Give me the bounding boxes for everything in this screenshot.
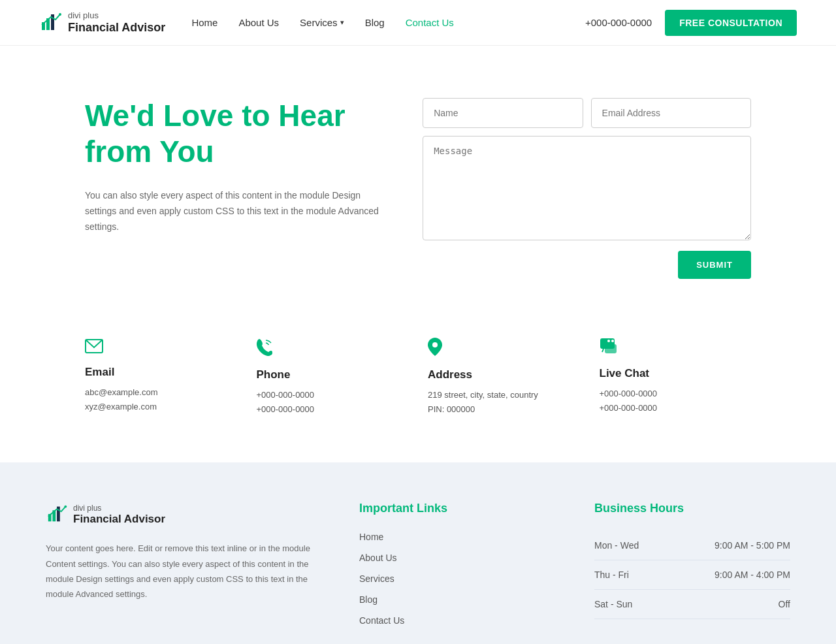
livechat-icon (600, 338, 752, 359)
svg-point-6 (432, 342, 438, 347)
footer-links-list: Home About Us Services Blog Contact Us (359, 531, 555, 626)
footer-link-services[interactable]: Services (359, 573, 394, 584)
nav-contact[interactable]: Contact Us (406, 17, 454, 28)
livechat-title: Live Chat (600, 367, 752, 380)
message-input[interactable] (423, 136, 751, 240)
email-icon (85, 338, 237, 358)
address-line2: PIN: 000000 (428, 402, 580, 417)
cta-button[interactable]: FREE CONSULTATION (665, 10, 797, 36)
hours-time-0: 9:00 AM - 5:00 PM (667, 531, 790, 560)
contact-left: We'd Love to Hear from You You can also … (85, 98, 383, 235)
footer-link-home[interactable]: Home (359, 532, 383, 542)
info-section: Email abc@example.com xyz@example.com Ph… (46, 331, 790, 423)
svg-point-4 (59, 13, 61, 16)
footer-hours-col: Business Hours Mon - Wed 9:00 AM - 5:00 … (594, 502, 790, 636)
livechat-line2: +000-000-0000 (600, 401, 752, 415)
info-card-livechat: Live Chat +000-000-0000 +000-000-0000 (600, 331, 752, 423)
phone-line1: +000-000-0000 (257, 388, 409, 402)
hours-days-0: Mon - Wed (594, 531, 667, 560)
footer-links-heading: Important Links (359, 502, 555, 515)
email-line1: abc@example.com (85, 385, 237, 400)
logo[interactable]: divi plus Financial Advisor (39, 9, 165, 37)
address-title: Address (428, 368, 580, 381)
info-card-phone: Phone +000-000-0000 +000-000-0000 (257, 331, 409, 423)
nav-about[interactable]: About Us (238, 17, 279, 28)
hours-days-1: Thu - Fri (594, 560, 667, 590)
name-input[interactable] (423, 98, 583, 128)
svg-point-9 (607, 340, 610, 342)
contact-body: You can also style every aspect of this … (85, 188, 383, 234)
footer-link-about[interactable]: About Us (359, 553, 397, 563)
footer-logo-text: divi plus Financial Advisor (73, 504, 165, 526)
logo-text: divi plus Financial Advisor (68, 10, 165, 35)
hours-row-0: Mon - Wed 9:00 AM - 5:00 PM (594, 531, 790, 560)
footer-about: divi plus Financial Advisor Your content… (46, 502, 320, 636)
email-title: Email (85, 366, 237, 379)
contact-form: SUBMIT (423, 98, 751, 279)
hours-time-2: Off (667, 590, 790, 619)
email-line2: xyz@example.com (85, 400, 237, 414)
hours-row-1: Thu - Fri 9:00 AM - 4:00 PM (594, 560, 790, 590)
email-input[interactable] (591, 98, 751, 128)
navbar: divi plus Financial Advisor Home About U… (0, 0, 836, 46)
contact-heading: We'd Love to Hear from You (85, 98, 383, 170)
footer: divi plus Financial Advisor Your content… (0, 462, 836, 644)
svg-point-10 (611, 340, 614, 342)
nav-blog[interactable]: Blog (365, 17, 385, 28)
footer-logo[interactable]: divi plus Financial Advisor (46, 502, 320, 528)
hours-row-2: Sat - Sun Off (594, 590, 790, 619)
phone-line2: +000-000-0000 (257, 402, 409, 417)
footer-links-col: Important Links Home About Us Services B… (359, 502, 555, 636)
hours-time-1: 9:00 AM - 4:00 PM (667, 560, 790, 590)
nav-home[interactable]: Home (191, 17, 217, 28)
address-line1: 219 street, city, state, country (428, 388, 580, 402)
info-card-address: Address 219 street, city, state, country… (428, 331, 580, 423)
nav-services[interactable]: Services (300, 17, 344, 28)
hours-table: Mon - Wed 9:00 AM - 5:00 PM Thu - Fri 9:… (594, 531, 790, 619)
footer-hours-heading: Business Hours (594, 502, 790, 515)
contact-section: We'd Love to Hear from You You can also … (46, 46, 790, 318)
svg-point-15 (64, 506, 67, 508)
nav-right: +000-000-0000 FREE CONSULTATION (585, 10, 797, 36)
address-icon (428, 338, 580, 361)
submit-button[interactable]: SUBMIT (678, 251, 751, 279)
nav-links: Home About Us Services Blog Contact Us (191, 17, 453, 29)
footer-link-contact[interactable]: Contact Us (359, 615, 404, 626)
livechat-line1: +000-000-0000 (600, 387, 752, 401)
footer-description: Your content goes here. Edit or remove t… (46, 541, 320, 602)
hours-days-2: Sat - Sun (594, 590, 667, 619)
logo-icon (39, 9, 64, 37)
phone-icon (257, 338, 409, 361)
nav-phone[interactable]: +000-000-0000 (585, 17, 652, 28)
footer-logo-icon (46, 502, 69, 528)
info-card-email: Email abc@example.com xyz@example.com (85, 331, 237, 423)
phone-title: Phone (257, 368, 409, 381)
footer-link-blog[interactable]: Blog (359, 594, 378, 605)
svg-rect-8 (605, 344, 617, 353)
